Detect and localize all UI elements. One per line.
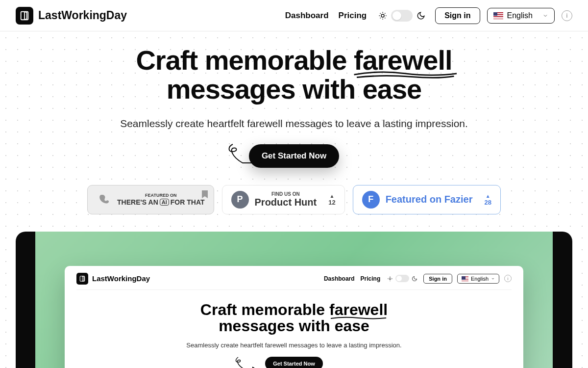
hero-subtitle: Seamlessly create heartfelt farewell mes… [0, 118, 588, 130]
demo-video-frame: LastWorkingDay Dashboard Pricing Sign in… [16, 232, 572, 368]
underline-scribble-icon [351, 69, 460, 80]
demo-nav-pricing: Pricing [361, 275, 381, 282]
hero-underlined-word: farewell [354, 46, 452, 75]
logo[interactable]: LastWorkingDay [16, 7, 127, 25]
bookmark-icon [202, 190, 208, 198]
fazier-vote-count: ▲ 28 [484, 193, 491, 206]
demo-hero-title: Craft memorable farewell messages with e… [76, 302, 512, 335]
cta-wrap: Get Started Now [0, 144, 588, 168]
nav-links: Dashboard Pricing [285, 11, 367, 21]
demo-signin: Sign in [423, 274, 452, 284]
ph-vote-count: ▲ 12 [328, 193, 335, 206]
taaft-top-label: Featured on [117, 193, 204, 198]
sun-icon [387, 276, 393, 282]
demo-theme-area [387, 275, 417, 282]
producthunt-p-icon: P [231, 191, 249, 209]
upvote-triangle-icon: ▲ [484, 193, 491, 199]
demo-cta-wrap: Get Started Now [76, 357, 512, 368]
ph-main-label: Product Hunt [255, 197, 317, 208]
nav-dashboard[interactable]: Dashboard [285, 11, 329, 21]
demo-toggle [395, 275, 409, 282]
demo-header: LastWorkingDay Dashboard Pricing Sign in… [76, 273, 512, 290]
badge-producthunt[interactable]: P FIND US ON Product Hunt ▲ 12 [222, 185, 345, 214]
moon-icon [412, 276, 417, 282]
fazier-label: Featured on Fazier [386, 194, 473, 205]
demo-subtitle: Seamlessly create heartfelt farewell mes… [76, 342, 512, 349]
info-button[interactable]: i [562, 10, 572, 21]
demo-nav: Dashboard Pricing [324, 275, 380, 282]
demo-cta-button: Get Started Now [265, 357, 323, 368]
demo-background: LastWorkingDay Dashboard Pricing Sign in… [35, 232, 553, 368]
chevron-down-icon [542, 13, 548, 19]
theme-toggle[interactable] [391, 10, 413, 22]
badge-fazier[interactable]: F Featured on Fazier ▲ 28 [353, 185, 501, 214]
hero-section: Craft memorable farewell messages with e… [0, 31, 588, 214]
underline-scribble-icon [329, 316, 388, 321]
upvote-triangle-icon: ▲ [328, 193, 335, 199]
us-flag-icon [462, 276, 468, 281]
info-icon: i [566, 12, 568, 19]
fazier-f-icon: F [362, 191, 380, 209]
main-header: LastWorkingDay Dashboard Pricing Sign in… [0, 0, 588, 31]
demo-inner-page: LastWorkingDay Dashboard Pricing Sign in… [65, 266, 523, 368]
ph-top-label: FIND US ON [255, 191, 317, 197]
svg-point-1 [381, 14, 384, 17]
chevron-down-icon [491, 277, 495, 281]
badge-theresanaiforthat[interactable]: Featured on THERE'S AN AI FOR THAT [87, 185, 214, 214]
theme-switcher [378, 10, 425, 22]
arrow-squiggle-icon [225, 139, 265, 169]
sun-icon [378, 11, 387, 20]
demo-info: i [504, 275, 512, 282]
arm-flex-icon [97, 192, 111, 207]
logo-door-icon [16, 7, 33, 25]
nav-pricing[interactable]: Pricing [339, 11, 367, 21]
taaft-main-label: THERE'S AN AI FOR THAT [117, 198, 204, 206]
brand-name: LastWorkingDay [38, 9, 127, 22]
hero-title: Craft memorable farewell messages with e… [0, 46, 588, 104]
moon-icon [416, 11, 425, 20]
language-selector[interactable]: English [487, 8, 555, 24]
signin-button[interactable]: Sign in [435, 7, 480, 24]
us-flag-icon [493, 12, 503, 19]
svg-point-3 [389, 278, 391, 280]
demo-nav-dashboard: Dashboard [324, 275, 355, 282]
language-label: English [507, 11, 533, 20]
arrow-squiggle-icon [233, 354, 258, 368]
demo-lang: English [457, 274, 499, 284]
demo-logo-icon [76, 273, 88, 285]
badge-row: Featured on THERE'S AN AI FOR THAT P FIN… [0, 185, 588, 214]
demo-brand: LastWorkingDay [92, 274, 150, 283]
